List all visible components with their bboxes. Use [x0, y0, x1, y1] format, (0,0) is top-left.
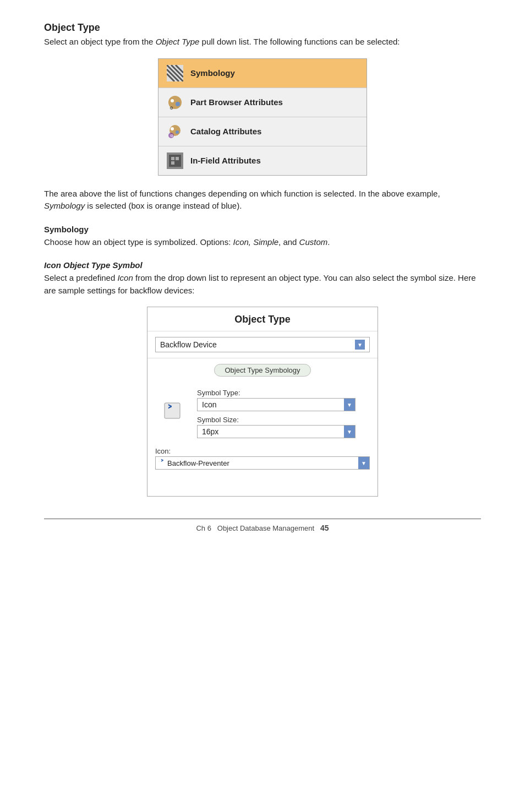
function-item-catalog[interactable]: ⚙ Catalog Attributes — [158, 117, 367, 146]
icon-dropdown-content: ˃ Backflow-Preventer — [156, 457, 358, 469]
symbology-badge: Object Type Symbology — [214, 364, 310, 377]
subsection-icon-body: Select a predefined Icon from the drop d… — [44, 272, 481, 297]
symbol-type-label: Symbol Type: — [197, 389, 356, 397]
icon-dropdown-arrow[interactable]: ▼ — [358, 457, 369, 469]
svg-rect-19 — [171, 161, 174, 165]
svg-point-12 — [176, 130, 179, 134]
symbol-size-dropdown[interactable]: 16px ▼ — [197, 425, 356, 438]
footer-chapter: Ch 6 — [196, 524, 211, 532]
section-title: Object Type — [44, 22, 481, 34]
footer-topic: Object Database Management — [214, 524, 320, 532]
icon-dropdown[interactable]: ˃ Backflow-Preventer ▼ — [155, 456, 370, 470]
symbol-size-label: Symbol Size: — [197, 416, 356, 424]
device-dropdown[interactable]: Backflow Device ▼ — [155, 337, 370, 352]
symbology-icon — [166, 64, 184, 82]
symbol-icon-preview: ˃ — [158, 384, 186, 421]
function-item-part-browser[interactable]: ⚙ Part Browser Attributes — [158, 88, 367, 117]
symbol-size-value: 16px — [198, 426, 344, 438]
section-intro: Select an object type from the Object Ty… — [44, 36, 481, 48]
svg-rect-16 — [169, 155, 181, 167]
icon-preview-small: ˃ — [160, 459, 164, 467]
symbol-type-value: Icon — [198, 399, 344, 411]
device-dropdown-arrow[interactable]: ▼ — [355, 340, 365, 350]
function-item-symbology[interactable]: Symbology — [158, 59, 367, 88]
device-dropdown-value: Backflow Device — [160, 340, 217, 349]
panel-content-area: ˃ Symbol Type: Icon ▼ Symbol Size: 16px … — [147, 380, 378, 444]
svg-point-7 — [171, 99, 174, 102]
footer: Ch 6 Object Database Management 45 — [44, 524, 481, 532]
footer-rule — [44, 519, 481, 519]
infield-icon — [166, 152, 184, 170]
object-type-panel: Object Type Backflow Device ▼ Object Typ… — [147, 307, 378, 497]
function-list-box: Symbology ⚙ Part Browser Attributes — [158, 58, 367, 176]
subsection-symbology-title: Symbology — [44, 225, 481, 234]
function-item-infield[interactable]: In-Field Attributes — [158, 146, 367, 175]
symbology-badge-row: Object Type Symbology — [147, 358, 378, 380]
symbol-size-arrow[interactable]: ▼ — [344, 426, 355, 438]
svg-rect-17 — [171, 157, 174, 160]
part-browser-label: Part Browser Attributes — [190, 97, 283, 107]
after-list-text: The area above the list of functions cha… — [44, 188, 481, 212]
svg-point-11 — [171, 127, 174, 130]
catalog-label: Catalog Attributes — [190, 127, 261, 136]
svg-text:˃: ˃ — [167, 404, 173, 418]
symbol-type-dropdown[interactable]: Icon ▼ — [197, 398, 356, 411]
device-dropdown-row: Backflow Device ▼ — [147, 331, 378, 358]
symbology-label: Symbology — [190, 68, 235, 78]
catalog-icon: ⚙ — [166, 123, 184, 140]
panel-fields: Symbol Type: Icon ▼ Symbol Size: 16px ▼ — [197, 384, 356, 439]
svg-point-8 — [176, 102, 180, 106]
part-browser-icon: ⚙ — [166, 94, 184, 111]
subsection-icon-title: Icon Object Type Symbol — [44, 260, 481, 270]
svg-rect-18 — [176, 157, 179, 160]
infield-label: In-Field Attributes — [190, 156, 261, 165]
symbol-type-arrow[interactable]: ▼ — [344, 399, 355, 411]
icon-dropdown-value: Backflow-Preventer — [167, 459, 229, 467]
svg-text:⚙: ⚙ — [169, 106, 173, 111]
footer-page: 45 — [320, 524, 329, 532]
panel-header: Object Type — [147, 307, 378, 331]
section-object-type: Object Type Select an object type from t… — [44, 22, 481, 497]
icon-field-label: Icon: — [147, 444, 378, 456]
svg-text:⚙: ⚙ — [170, 134, 173, 138]
subsection-symbology-body: Choose how an object type is symbolized.… — [44, 236, 481, 249]
